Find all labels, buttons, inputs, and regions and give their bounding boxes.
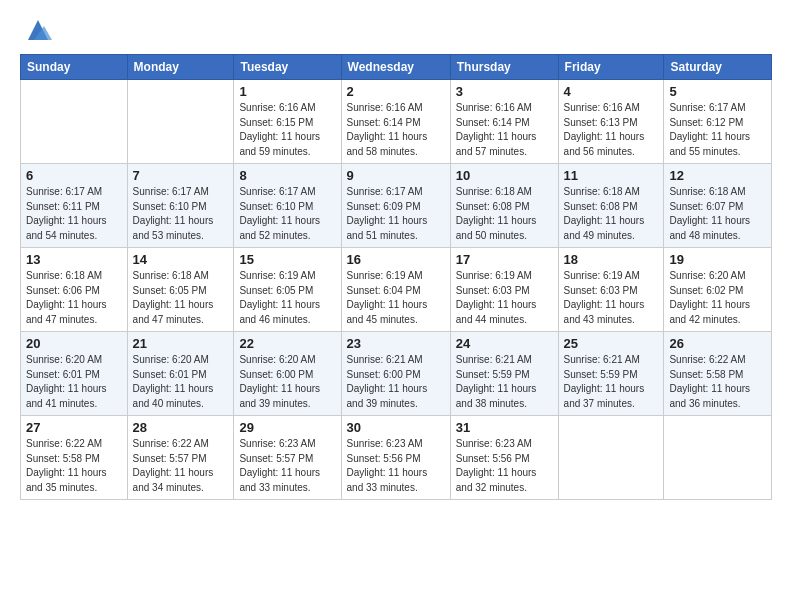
day-info: Sunrise: 6:17 AM Sunset: 6:12 PM Dayligh… — [669, 101, 766, 159]
day-number: 11 — [564, 168, 659, 183]
logo-icon — [24, 16, 52, 44]
day-number: 31 — [456, 420, 553, 435]
day-info: Sunrise: 6:21 AM Sunset: 6:00 PM Dayligh… — [347, 353, 445, 411]
day-info: Sunrise: 6:23 AM Sunset: 5:57 PM Dayligh… — [239, 437, 335, 495]
day-of-week-header: Thursday — [450, 55, 558, 80]
calendar-cell: 29Sunrise: 6:23 AM Sunset: 5:57 PM Dayli… — [234, 416, 341, 500]
calendar-cell — [558, 416, 664, 500]
calendar-cell: 9Sunrise: 6:17 AM Sunset: 6:09 PM Daylig… — [341, 164, 450, 248]
day-of-week-header: Monday — [127, 55, 234, 80]
day-info: Sunrise: 6:17 AM Sunset: 6:10 PM Dayligh… — [239, 185, 335, 243]
calendar-cell: 24Sunrise: 6:21 AM Sunset: 5:59 PM Dayli… — [450, 332, 558, 416]
day-of-week-header: Wednesday — [341, 55, 450, 80]
day-info: Sunrise: 6:20 AM Sunset: 6:02 PM Dayligh… — [669, 269, 766, 327]
calendar-cell: 13Sunrise: 6:18 AM Sunset: 6:06 PM Dayli… — [21, 248, 128, 332]
calendar-cell: 8Sunrise: 6:17 AM Sunset: 6:10 PM Daylig… — [234, 164, 341, 248]
day-number: 20 — [26, 336, 122, 351]
calendar-cell: 17Sunrise: 6:19 AM Sunset: 6:03 PM Dayli… — [450, 248, 558, 332]
day-number: 30 — [347, 420, 445, 435]
day-number: 29 — [239, 420, 335, 435]
day-info: Sunrise: 6:16 AM Sunset: 6:14 PM Dayligh… — [347, 101, 445, 159]
day-info: Sunrise: 6:17 AM Sunset: 6:11 PM Dayligh… — [26, 185, 122, 243]
calendar-cell: 18Sunrise: 6:19 AM Sunset: 6:03 PM Dayli… — [558, 248, 664, 332]
day-info: Sunrise: 6:19 AM Sunset: 6:04 PM Dayligh… — [347, 269, 445, 327]
day-number: 23 — [347, 336, 445, 351]
day-info: Sunrise: 6:23 AM Sunset: 5:56 PM Dayligh… — [456, 437, 553, 495]
calendar-cell: 5Sunrise: 6:17 AM Sunset: 6:12 PM Daylig… — [664, 80, 772, 164]
calendar-cell: 22Sunrise: 6:20 AM Sunset: 6:00 PM Dayli… — [234, 332, 341, 416]
calendar-cell: 31Sunrise: 6:23 AM Sunset: 5:56 PM Dayli… — [450, 416, 558, 500]
calendar-cell: 21Sunrise: 6:20 AM Sunset: 6:01 PM Dayli… — [127, 332, 234, 416]
calendar-cell: 14Sunrise: 6:18 AM Sunset: 6:05 PM Dayli… — [127, 248, 234, 332]
calendar-cell — [664, 416, 772, 500]
day-info: Sunrise: 6:17 AM Sunset: 6:09 PM Dayligh… — [347, 185, 445, 243]
day-info: Sunrise: 6:20 AM Sunset: 6:01 PM Dayligh… — [26, 353, 122, 411]
logo — [20, 16, 52, 44]
calendar-week-row: 20Sunrise: 6:20 AM Sunset: 6:01 PM Dayli… — [21, 332, 772, 416]
day-number: 13 — [26, 252, 122, 267]
calendar-cell: 28Sunrise: 6:22 AM Sunset: 5:57 PM Dayli… — [127, 416, 234, 500]
calendar-cell: 16Sunrise: 6:19 AM Sunset: 6:04 PM Dayli… — [341, 248, 450, 332]
day-info: Sunrise: 6:16 AM Sunset: 6:14 PM Dayligh… — [456, 101, 553, 159]
calendar-cell: 2Sunrise: 6:16 AM Sunset: 6:14 PM Daylig… — [341, 80, 450, 164]
day-number: 16 — [347, 252, 445, 267]
calendar-week-row: 1Sunrise: 6:16 AM Sunset: 6:15 PM Daylig… — [21, 80, 772, 164]
calendar-cell: 30Sunrise: 6:23 AM Sunset: 5:56 PM Dayli… — [341, 416, 450, 500]
calendar-table: SundayMondayTuesdayWednesdayThursdayFrid… — [20, 54, 772, 500]
day-number: 21 — [133, 336, 229, 351]
calendar-cell: 12Sunrise: 6:18 AM Sunset: 6:07 PM Dayli… — [664, 164, 772, 248]
day-info: Sunrise: 6:20 AM Sunset: 6:01 PM Dayligh… — [133, 353, 229, 411]
calendar-cell — [21, 80, 128, 164]
calendar-cell: 23Sunrise: 6:21 AM Sunset: 6:00 PM Dayli… — [341, 332, 450, 416]
calendar-cell: 6Sunrise: 6:17 AM Sunset: 6:11 PM Daylig… — [21, 164, 128, 248]
day-number: 25 — [564, 336, 659, 351]
calendar-cell: 19Sunrise: 6:20 AM Sunset: 6:02 PM Dayli… — [664, 248, 772, 332]
day-info: Sunrise: 6:18 AM Sunset: 6:08 PM Dayligh… — [564, 185, 659, 243]
calendar-cell: 15Sunrise: 6:19 AM Sunset: 6:05 PM Dayli… — [234, 248, 341, 332]
day-info: Sunrise: 6:22 AM Sunset: 5:58 PM Dayligh… — [669, 353, 766, 411]
page: SundayMondayTuesdayWednesdayThursdayFrid… — [0, 0, 792, 612]
header — [20, 16, 772, 44]
day-number: 12 — [669, 168, 766, 183]
day-info: Sunrise: 6:16 AM Sunset: 6:15 PM Dayligh… — [239, 101, 335, 159]
day-info: Sunrise: 6:19 AM Sunset: 6:03 PM Dayligh… — [456, 269, 553, 327]
day-number: 28 — [133, 420, 229, 435]
day-info: Sunrise: 6:19 AM Sunset: 6:05 PM Dayligh… — [239, 269, 335, 327]
calendar-cell: 4Sunrise: 6:16 AM Sunset: 6:13 PM Daylig… — [558, 80, 664, 164]
day-number: 24 — [456, 336, 553, 351]
calendar-cell: 1Sunrise: 6:16 AM Sunset: 6:15 PM Daylig… — [234, 80, 341, 164]
calendar-week-row: 27Sunrise: 6:22 AM Sunset: 5:58 PM Dayli… — [21, 416, 772, 500]
day-number: 7 — [133, 168, 229, 183]
calendar-cell: 10Sunrise: 6:18 AM Sunset: 6:08 PM Dayli… — [450, 164, 558, 248]
calendar-cell: 11Sunrise: 6:18 AM Sunset: 6:08 PM Dayli… — [558, 164, 664, 248]
day-info: Sunrise: 6:19 AM Sunset: 6:03 PM Dayligh… — [564, 269, 659, 327]
calendar-cell: 26Sunrise: 6:22 AM Sunset: 5:58 PM Dayli… — [664, 332, 772, 416]
day-number: 26 — [669, 336, 766, 351]
day-number: 19 — [669, 252, 766, 267]
calendar-week-row: 6Sunrise: 6:17 AM Sunset: 6:11 PM Daylig… — [21, 164, 772, 248]
calendar-cell — [127, 80, 234, 164]
day-number: 10 — [456, 168, 553, 183]
day-number: 22 — [239, 336, 335, 351]
day-number: 27 — [26, 420, 122, 435]
day-of-week-header: Saturday — [664, 55, 772, 80]
day-info: Sunrise: 6:18 AM Sunset: 6:07 PM Dayligh… — [669, 185, 766, 243]
day-info: Sunrise: 6:21 AM Sunset: 5:59 PM Dayligh… — [564, 353, 659, 411]
calendar-cell: 7Sunrise: 6:17 AM Sunset: 6:10 PM Daylig… — [127, 164, 234, 248]
day-number: 14 — [133, 252, 229, 267]
day-number: 6 — [26, 168, 122, 183]
day-info: Sunrise: 6:17 AM Sunset: 6:10 PM Dayligh… — [133, 185, 229, 243]
day-info: Sunrise: 6:18 AM Sunset: 6:05 PM Dayligh… — [133, 269, 229, 327]
day-info: Sunrise: 6:23 AM Sunset: 5:56 PM Dayligh… — [347, 437, 445, 495]
calendar-cell: 3Sunrise: 6:16 AM Sunset: 6:14 PM Daylig… — [450, 80, 558, 164]
day-of-week-header: Tuesday — [234, 55, 341, 80]
day-number: 8 — [239, 168, 335, 183]
day-number: 5 — [669, 84, 766, 99]
calendar-header-row: SundayMondayTuesdayWednesdayThursdayFrid… — [21, 55, 772, 80]
day-info: Sunrise: 6:22 AM Sunset: 5:57 PM Dayligh… — [133, 437, 229, 495]
day-number: 18 — [564, 252, 659, 267]
day-info: Sunrise: 6:21 AM Sunset: 5:59 PM Dayligh… — [456, 353, 553, 411]
day-of-week-header: Sunday — [21, 55, 128, 80]
calendar-cell: 27Sunrise: 6:22 AM Sunset: 5:58 PM Dayli… — [21, 416, 128, 500]
day-number: 1 — [239, 84, 335, 99]
